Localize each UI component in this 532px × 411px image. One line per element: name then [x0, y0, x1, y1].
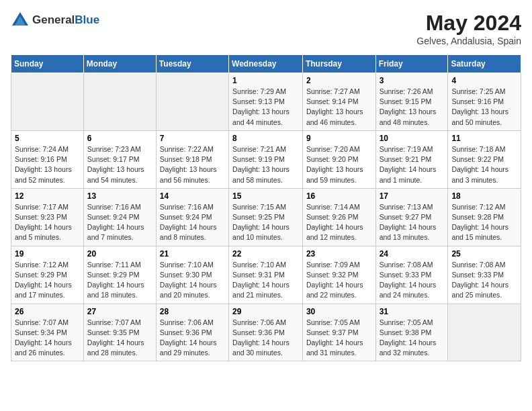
day-info: Sunrise: 7:05 AM Sunset: 9:38 PM Dayligh… — [380, 318, 445, 359]
day-number: 8 — [232, 134, 299, 143]
location-title: Gelves, Andalusia, Spain — [416, 36, 521, 46]
day-info: Sunrise: 7:16 AM Sunset: 9:24 PM Dayligh… — [160, 202, 225, 243]
calendar-cell: 23Sunrise: 7:09 AM Sunset: 9:32 PM Dayli… — [302, 246, 375, 304]
logo-blue: Blue — [75, 13, 99, 27]
calendar-cell: 28Sunrise: 7:06 AM Sunset: 9:36 PM Dayli… — [156, 304, 228, 361]
day-info: Sunrise: 7:20 AM Sunset: 9:20 PM Dayligh… — [306, 144, 372, 185]
day-info: Sunrise: 7:12 AM Sunset: 9:28 PM Dayligh… — [451, 202, 517, 243]
calendar-cell — [156, 73, 228, 131]
calendar-cell: 17Sunrise: 7:13 AM Sunset: 9:27 PM Dayli… — [375, 188, 448, 246]
calendar-cell: 12Sunrise: 7:17 AM Sunset: 9:23 PM Dayli… — [11, 188, 84, 246]
logo: General Blue — [11, 11, 99, 30]
day-number: 13 — [87, 191, 152, 201]
calendar-cell: 29Sunrise: 7:06 AM Sunset: 9:36 PM Dayli… — [229, 304, 303, 361]
day-info: Sunrise: 7:26 AM Sunset: 9:15 PM Dayligh… — [380, 87, 445, 128]
day-info: Sunrise: 7:10 AM Sunset: 9:30 PM Dayligh… — [160, 260, 225, 301]
week-row-4: 19Sunrise: 7:12 AM Sunset: 9:29 PM Dayli… — [11, 246, 521, 304]
day-number: 9 — [306, 134, 372, 143]
weekday-header-wednesday: Wednesday — [229, 55, 303, 73]
day-number: 2 — [306, 76, 372, 85]
day-number: 31 — [380, 307, 445, 316]
logo-general: General — [32, 13, 75, 27]
day-info: Sunrise: 7:29 AM Sunset: 9:13 PM Dayligh… — [232, 87, 299, 128]
calendar-cell: 31Sunrise: 7:05 AM Sunset: 9:38 PM Dayli… — [375, 304, 448, 361]
day-info: Sunrise: 7:22 AM Sunset: 9:18 PM Dayligh… — [160, 144, 225, 185]
title-block: May 2024 Gelves, Andalusia, Spain — [416, 11, 521, 46]
weekday-header-row: SundayMondayTuesdayWednesdayThursdayFrid… — [11, 55, 521, 73]
day-number: 10 — [380, 134, 445, 143]
day-number: 4 — [451, 76, 517, 85]
day-number: 25 — [451, 249, 517, 259]
calendar-cell: 10Sunrise: 7:19 AM Sunset: 9:21 PM Dayli… — [375, 130, 448, 188]
day-number: 1 — [232, 76, 299, 85]
calendar-cell: 4Sunrise: 7:25 AM Sunset: 9:16 PM Daylig… — [448, 73, 521, 131]
weekday-header-thursday: Thursday — [302, 55, 375, 73]
calendar-cell: 20Sunrise: 7:11 AM Sunset: 9:29 PM Dayli… — [83, 246, 156, 304]
logo-icon — [11, 11, 30, 30]
day-info: Sunrise: 7:12 AM Sunset: 9:29 PM Dayligh… — [15, 260, 80, 301]
day-info: Sunrise: 7:10 AM Sunset: 9:31 PM Dayligh… — [232, 260, 299, 301]
calendar-cell — [11, 73, 84, 131]
calendar-cell: 8Sunrise: 7:21 AM Sunset: 9:19 PM Daylig… — [229, 130, 303, 188]
calendar-cell: 21Sunrise: 7:10 AM Sunset: 9:30 PM Dayli… — [156, 246, 228, 304]
day-number: 27 — [87, 307, 152, 316]
calendar-table: SundayMondayTuesdayWednesdayThursdayFrid… — [11, 54, 521, 361]
day-info: Sunrise: 7:11 AM Sunset: 9:29 PM Dayligh… — [87, 260, 152, 301]
day-info: Sunrise: 7:09 AM Sunset: 9:32 PM Dayligh… — [306, 260, 372, 301]
calendar-cell: 7Sunrise: 7:22 AM Sunset: 9:18 PM Daylig… — [156, 130, 228, 188]
day-info: Sunrise: 7:18 AM Sunset: 9:22 PM Dayligh… — [451, 144, 517, 185]
day-info: Sunrise: 7:17 AM Sunset: 9:23 PM Dayligh… — [15, 202, 80, 243]
day-number: 3 — [380, 76, 445, 85]
day-info: Sunrise: 7:21 AM Sunset: 9:19 PM Dayligh… — [232, 144, 299, 185]
day-info: Sunrise: 7:27 AM Sunset: 9:14 PM Dayligh… — [306, 87, 372, 128]
day-number: 5 — [15, 134, 80, 143]
day-number: 19 — [15, 249, 80, 259]
day-number: 24 — [380, 249, 445, 259]
page-header: General Blue May 2024 Gelves, Andalusia,… — [11, 11, 521, 46]
calendar-cell: 2Sunrise: 7:27 AM Sunset: 9:14 PM Daylig… — [302, 73, 375, 131]
week-row-2: 5Sunrise: 7:24 AM Sunset: 9:16 PM Daylig… — [11, 130, 521, 188]
week-row-1: 1Sunrise: 7:29 AM Sunset: 9:13 PM Daylig… — [11, 73, 521, 131]
calendar-cell — [83, 73, 156, 131]
calendar-cell: 19Sunrise: 7:12 AM Sunset: 9:29 PM Dayli… — [11, 246, 84, 304]
weekday-header-tuesday: Tuesday — [156, 55, 228, 73]
calendar-cell: 15Sunrise: 7:15 AM Sunset: 9:25 PM Dayli… — [229, 188, 303, 246]
month-title: May 2024 — [416, 11, 521, 36]
day-number: 14 — [160, 191, 225, 201]
calendar-cell: 30Sunrise: 7:05 AM Sunset: 9:37 PM Dayli… — [302, 304, 375, 361]
calendar-cell: 13Sunrise: 7:16 AM Sunset: 9:24 PM Dayli… — [83, 188, 156, 246]
day-number: 18 — [451, 191, 517, 201]
day-info: Sunrise: 7:07 AM Sunset: 9:35 PM Dayligh… — [87, 318, 152, 359]
day-number: 21 — [160, 249, 225, 259]
calendar-cell: 11Sunrise: 7:18 AM Sunset: 9:22 PM Dayli… — [448, 130, 521, 188]
day-number: 26 — [15, 307, 80, 316]
week-row-5: 26Sunrise: 7:07 AM Sunset: 9:34 PM Dayli… — [11, 304, 521, 361]
calendar-cell: 1Sunrise: 7:29 AM Sunset: 9:13 PM Daylig… — [229, 73, 303, 131]
day-number: 22 — [232, 249, 299, 259]
day-info: Sunrise: 7:08 AM Sunset: 9:33 PM Dayligh… — [380, 260, 445, 301]
day-number: 6 — [87, 134, 152, 143]
day-number: 29 — [232, 307, 299, 316]
day-number: 16 — [306, 191, 372, 201]
day-number: 15 — [232, 191, 299, 201]
day-info: Sunrise: 7:08 AM Sunset: 9:33 PM Dayligh… — [451, 260, 517, 301]
weekday-header-sunday: Sunday — [11, 55, 84, 73]
calendar-cell: 25Sunrise: 7:08 AM Sunset: 9:33 PM Dayli… — [448, 246, 521, 304]
weekday-header-friday: Friday — [375, 55, 448, 73]
calendar-cell: 6Sunrise: 7:23 AM Sunset: 9:17 PM Daylig… — [83, 130, 156, 188]
day-number: 20 — [87, 249, 152, 259]
weekday-header-saturday: Saturday — [448, 55, 521, 73]
day-number: 30 — [306, 307, 372, 316]
day-number: 23 — [306, 249, 372, 259]
calendar-cell: 14Sunrise: 7:16 AM Sunset: 9:24 PM Dayli… — [156, 188, 228, 246]
day-number: 11 — [451, 134, 517, 143]
calendar-cell: 18Sunrise: 7:12 AM Sunset: 9:28 PM Dayli… — [448, 188, 521, 246]
day-info: Sunrise: 7:14 AM Sunset: 9:26 PM Dayligh… — [306, 202, 372, 243]
calendar-cell: 3Sunrise: 7:26 AM Sunset: 9:15 PM Daylig… — [375, 73, 448, 131]
day-info: Sunrise: 7:19 AM Sunset: 9:21 PM Dayligh… — [380, 144, 445, 185]
day-info: Sunrise: 7:23 AM Sunset: 9:17 PM Dayligh… — [87, 144, 152, 185]
day-info: Sunrise: 7:05 AM Sunset: 9:37 PM Dayligh… — [306, 318, 372, 359]
calendar-cell: 26Sunrise: 7:07 AM Sunset: 9:34 PM Dayli… — [11, 304, 84, 361]
day-info: Sunrise: 7:07 AM Sunset: 9:34 PM Dayligh… — [15, 318, 80, 359]
day-info: Sunrise: 7:24 AM Sunset: 9:16 PM Dayligh… — [15, 144, 80, 185]
